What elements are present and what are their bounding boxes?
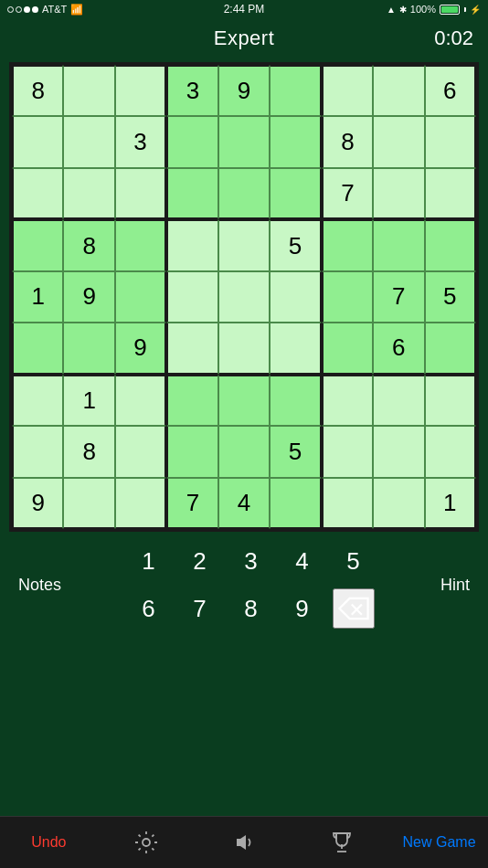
new-game-button[interactable]: New Game — [390, 817, 488, 868]
cell-r7-c7[interactable] — [373, 426, 424, 477]
num-btn-9[interactable]: 9 — [281, 588, 324, 629]
cell-r3-c2[interactable] — [115, 219, 166, 270]
cell-r6-c8[interactable] — [425, 375, 476, 426]
cell-r5-c2[interactable]: 9 — [115, 323, 166, 374]
cell-r4-c1[interactable]: 9 — [63, 271, 114, 323]
cell-r0-c4[interactable]: 9 — [218, 65, 270, 116]
cell-r5-c5[interactable] — [270, 323, 321, 374]
cell-r6-c1[interactable]: 1 — [63, 375, 114, 426]
num-btn-4[interactable]: 4 — [281, 541, 324, 581]
cell-r7-c3[interactable] — [166, 426, 217, 477]
cell-r8-c2[interactable] — [115, 478, 166, 529]
cell-r4-c5[interactable] — [270, 271, 321, 323]
cell-r3-c0[interactable] — [12, 219, 63, 270]
cell-r4-c8[interactable]: 5 — [425, 271, 476, 323]
num-btn-8[interactable]: 8 — [230, 588, 272, 629]
cell-r8-c3[interactable]: 7 — [166, 478, 217, 529]
cell-r2-c1[interactable] — [63, 168, 114, 219]
cell-r3-c1[interactable]: 8 — [63, 219, 114, 270]
cell-r6-c5[interactable] — [270, 375, 321, 426]
cell-r4-c4[interactable] — [218, 271, 270, 323]
cell-r8-c8[interactable]: 1 — [425, 478, 476, 529]
cell-r1-c1[interactable] — [63, 116, 114, 167]
num-btn-1[interactable]: 1 — [128, 541, 170, 581]
cell-r2-c6[interactable]: 7 — [322, 168, 373, 219]
cell-r7-c8[interactable] — [425, 426, 476, 477]
cell-r0-c7[interactable] — [373, 65, 424, 116]
cell-r4-c3[interactable] — [166, 271, 217, 323]
trophy-button[interactable] — [292, 817, 390, 868]
cell-r6-c2[interactable] — [115, 375, 166, 426]
cell-r5-c7[interactable]: 6 — [373, 323, 424, 374]
cell-r6-c0[interactable] — [12, 375, 63, 426]
cell-r0-c6[interactable] — [322, 65, 373, 116]
cell-r7-c2[interactable] — [115, 426, 166, 477]
cell-r2-c2[interactable] — [115, 168, 166, 219]
num-btn-6[interactable]: 6 — [128, 588, 170, 629]
cell-r5-c4[interactable] — [218, 323, 270, 374]
num-btn-7[interactable]: 7 — [179, 588, 221, 629]
cell-r2-c8[interactable] — [425, 168, 476, 219]
hint-label[interactable]: Hint — [440, 576, 470, 595]
cell-r0-c1[interactable] — [63, 65, 114, 116]
cell-r5-c0[interactable] — [12, 323, 63, 374]
cell-r2-c0[interactable] — [12, 168, 63, 219]
cell-r1-c2[interactable]: 3 — [115, 116, 166, 167]
cell-r8-c5[interactable] — [270, 478, 321, 529]
cell-r5-c8[interactable] — [425, 323, 476, 374]
cell-r7-c4[interactable] — [218, 426, 270, 477]
cell-r1-c0[interactable] — [12, 116, 63, 167]
cell-r4-c7[interactable]: 7 — [373, 271, 424, 323]
new-game-label[interactable]: New Game — [403, 834, 476, 851]
notes-label[interactable]: Notes — [18, 576, 61, 595]
cell-r3-c6[interactable] — [322, 219, 373, 270]
cell-r1-c4[interactable] — [218, 116, 270, 167]
cell-r2-c3[interactable] — [166, 168, 217, 219]
cell-r8-c0[interactable]: 9 — [12, 478, 63, 529]
num-btn-3[interactable]: 3 — [230, 541, 272, 581]
cell-r3-c4[interactable] — [218, 219, 270, 270]
cell-r8-c4[interactable]: 4 — [218, 478, 270, 529]
cell-r3-c8[interactable] — [425, 219, 476, 270]
sudoku-grid[interactable]: 8396387851975961859741 — [9, 62, 479, 532]
cell-r1-c5[interactable] — [270, 116, 321, 167]
cell-r5-c6[interactable] — [322, 323, 373, 374]
sound-button[interactable] — [196, 817, 293, 868]
cell-r2-c7[interactable] — [373, 168, 424, 219]
cell-r8-c1[interactable] — [63, 478, 114, 529]
num-btn-5[interactable]: 5 — [333, 541, 375, 581]
cell-r0-c8[interactable]: 6 — [425, 65, 476, 116]
cell-r7-c0[interactable] — [12, 426, 63, 477]
cell-r3-c3[interactable] — [166, 219, 217, 270]
cell-r5-c1[interactable] — [63, 323, 114, 374]
cell-r4-c6[interactable] — [322, 271, 373, 323]
cell-r5-c3[interactable] — [166, 323, 217, 374]
cell-r3-c7[interactable] — [373, 219, 424, 270]
cell-r1-c7[interactable] — [373, 116, 424, 167]
cell-r6-c4[interactable] — [218, 375, 270, 426]
delete-button[interactable] — [333, 588, 375, 629]
undo-button[interactable]: Undo — [0, 817, 98, 868]
cell-r7-c1[interactable]: 8 — [63, 426, 114, 477]
cell-r4-c0[interactable]: 1 — [12, 271, 63, 323]
cell-r2-c4[interactable] — [218, 168, 270, 219]
undo-label[interactable]: Undo — [31, 834, 66, 851]
cell-r7-c5[interactable]: 5 — [270, 426, 321, 477]
cell-r8-c7[interactable] — [373, 478, 424, 529]
settings-button[interactable] — [98, 817, 196, 868]
cell-r1-c8[interactable] — [425, 116, 476, 167]
cell-r6-c3[interactable] — [166, 375, 217, 426]
cell-r0-c2[interactable] — [115, 65, 166, 116]
cell-r1-c3[interactable] — [166, 116, 217, 167]
cell-r1-c6[interactable]: 8 — [322, 116, 373, 167]
cell-r0-c3[interactable]: 3 — [166, 65, 217, 116]
cell-r6-c7[interactable] — [373, 375, 424, 426]
cell-r6-c6[interactable] — [322, 375, 373, 426]
cell-r4-c2[interactable] — [115, 271, 166, 323]
cell-r0-c0[interactable]: 8 — [12, 65, 63, 116]
cell-r8-c6[interactable] — [322, 478, 373, 529]
cell-r2-c5[interactable] — [270, 168, 321, 219]
cell-r0-c5[interactable] — [270, 65, 321, 116]
num-btn-2[interactable]: 2 — [179, 541, 221, 581]
cell-r7-c6[interactable] — [322, 426, 373, 477]
